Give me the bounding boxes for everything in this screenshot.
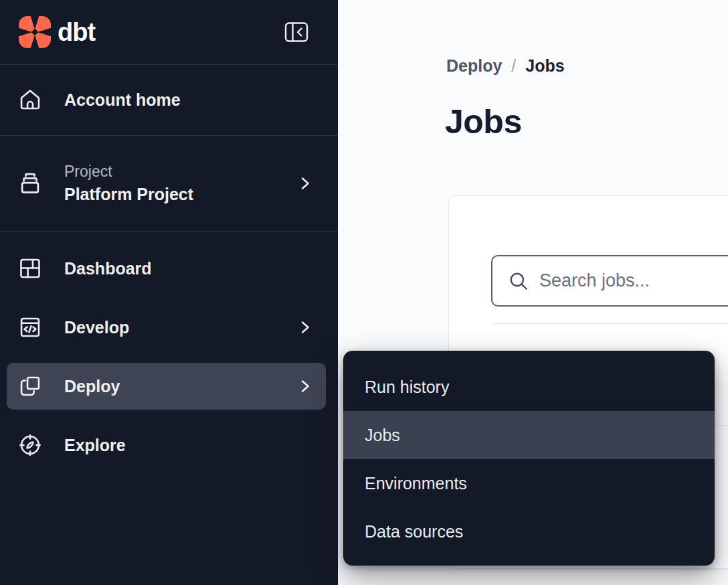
project-text: Project Platform Project bbox=[64, 163, 193, 204]
chevron-right-icon bbox=[301, 177, 310, 190]
sidebar-item-label: Account home bbox=[64, 90, 181, 110]
sidebar-section-account: Account home bbox=[0, 65, 338, 135]
sidebar-item-label: Explore bbox=[64, 436, 126, 455]
breadcrumb-current: Jobs bbox=[525, 56, 564, 76]
explore-icon bbox=[17, 433, 43, 457]
sidebar-item-project[interactable]: Project Platform Project bbox=[7, 163, 326, 204]
project-stack-icon bbox=[17, 171, 43, 196]
deploy-icon bbox=[17, 374, 43, 398]
dbt-logo-icon bbox=[19, 16, 51, 48]
dbt-logo-text: dbt bbox=[58, 18, 95, 47]
submenu-item-environments[interactable]: Environments bbox=[343, 459, 715, 507]
table-header-divider bbox=[715, 425, 728, 426]
sidebar-header: dbt bbox=[0, 0, 338, 64]
chevron-right-icon bbox=[301, 380, 310, 393]
sidebar-item-deploy[interactable]: Deploy bbox=[7, 363, 326, 410]
project-name: Platform Project bbox=[64, 185, 193, 204]
breadcrumb-deploy-link[interactable]: Deploy bbox=[446, 56, 502, 76]
sidebar-section-nav: Dashboard Develop bbox=[0, 232, 338, 493]
develop-icon bbox=[17, 315, 43, 339]
dbt-logo[interactable]: dbt bbox=[19, 16, 95, 48]
home-icon bbox=[17, 88, 43, 112]
sidebar-collapse-button[interactable] bbox=[284, 21, 308, 43]
sidebar-item-explore[interactable]: Explore bbox=[7, 422, 326, 469]
page-title: Jobs bbox=[445, 102, 522, 141]
sidebar-section-project: Project Platform Project bbox=[0, 136, 338, 231]
sidebar-item-account-home[interactable]: Account home bbox=[7, 76, 326, 123]
breadcrumb-separator: / bbox=[511, 56, 516, 76]
submenu-item-jobs[interactable]: Jobs bbox=[343, 411, 715, 459]
panel-collapse-icon bbox=[284, 21, 308, 43]
dashboard-icon bbox=[17, 256, 43, 280]
search-icon bbox=[509, 271, 529, 291]
search-jobs-input[interactable] bbox=[539, 270, 713, 291]
sidebar-item-label: Develop bbox=[64, 318, 129, 337]
deploy-submenu: Run history Jobs Environments Data sourc… bbox=[343, 351, 715, 566]
project-eyebrow: Project bbox=[64, 163, 193, 181]
sidebar: dbt Account home bbox=[0, 0, 338, 585]
sidebar-item-develop[interactable]: Develop bbox=[7, 304, 326, 351]
sidebar-item-label: Dashboard bbox=[64, 259, 152, 278]
card-divider bbox=[491, 323, 728, 324]
sidebar-item-dashboard[interactable]: Dashboard bbox=[7, 245, 326, 292]
chevron-right-icon bbox=[301, 321, 310, 334]
submenu-item-data-sources[interactable]: Data sources bbox=[343, 507, 715, 556]
submenu-item-run-history[interactable]: Run history bbox=[343, 363, 715, 411]
breadcrumb: Deploy / Jobs bbox=[446, 56, 565, 76]
sidebar-item-label: Deploy bbox=[64, 377, 120, 396]
jobs-search-box[interactable] bbox=[491, 255, 728, 307]
